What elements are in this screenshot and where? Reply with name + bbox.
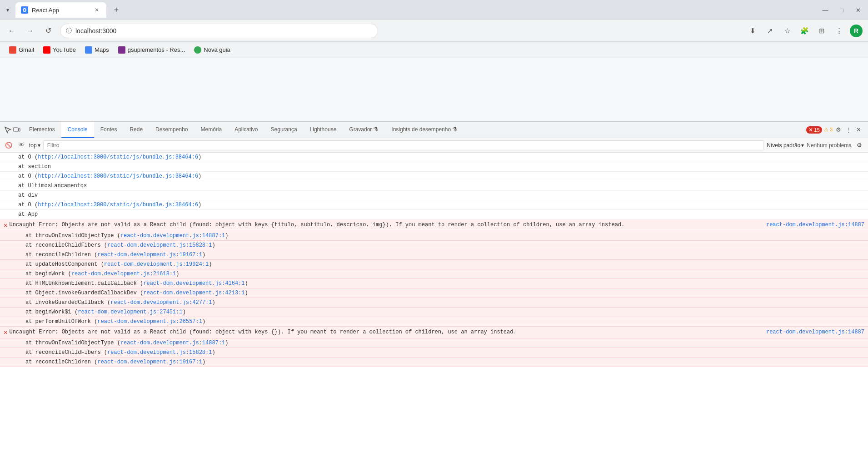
new-tab-button[interactable]: + — [110, 4, 123, 16]
tab-seguranca[interactable]: Segurança — [264, 122, 304, 138]
error-link-2[interactable]: react-dom.development.js:14887 — [766, 328, 864, 336]
tab-favicon — [21, 6, 28, 14]
svg-rect-2 — [14, 128, 18, 131]
tab-insights[interactable]: Insights de desempenho ⚗ — [385, 122, 464, 138]
console-stack-line: at reconcileChildren (react-dom.developm… — [0, 250, 868, 260]
url-bar[interactable]: ⓘ localhost:3000 — [60, 24, 378, 38]
devtools-panel: Elementos Console Fontes Rede Desempenho… — [0, 122, 868, 457]
tab-fontes[interactable]: Fontes — [94, 122, 124, 138]
eye-icon[interactable]: 👁 — [16, 140, 26, 150]
stack-link[interactable]: react-dom.development.js:19167:1 — [97, 252, 202, 258]
error-link-1[interactable]: react-dom.development.js:14887 — [766, 221, 864, 229]
tab-console[interactable]: Console — [61, 122, 94, 138]
device-toggle-icon[interactable] — [13, 126, 21, 134]
devtools-right-controls: ✕ 15 ⚠ 3 ⚙ ⋮ ✕ — [806, 126, 866, 134]
error-message-1: ✕ Uncaught Error: Objects are not valid … — [0, 219, 868, 231]
bookmark-gsuplementos[interactable]: gsuplementos - Res... — [115, 45, 189, 55]
bundle-link[interactable]: http://localhost:3000/static/js/bundle.j… — [38, 173, 198, 179]
tab-aplicativo[interactable]: Aplicativo — [228, 122, 264, 138]
stack-link[interactable]: react-dom.development.js:4164:1 — [143, 280, 244, 287]
svg-point-1 — [24, 9, 25, 11]
extensions-icon[interactable]: 🧩 — [798, 25, 811, 37]
console-stack-line: at HTMLUnknownElement.callCallback (reac… — [0, 279, 868, 288]
stack-link[interactable]: react-dom.development.js:19167:1 — [97, 359, 202, 365]
bookmark-nova-guia[interactable]: Nova guia — [190, 45, 234, 55]
minimize-button[interactable]: — — [819, 4, 832, 16]
more-tools-icon[interactable]: ⋮ — [833, 25, 845, 37]
download-icon[interactable]: ⬇ — [746, 25, 759, 37]
levels-selector[interactable]: Níveis padrão ▾ — [767, 142, 804, 149]
devtools-close-icon[interactable]: ✕ — [854, 126, 863, 134]
console-line: at O (http://localhost:3000/static/js/bu… — [0, 172, 868, 181]
maps-icon — [85, 46, 92, 54]
console-line: at O (http://localhost:3000/static/js/bu… — [0, 200, 868, 210]
bookmark-nova-guia-label: Nova guia — [204, 46, 230, 53]
maximize-button[interactable]: □ — [835, 4, 848, 16]
stack-link[interactable]: react-dom.development.js:14887:1 — [120, 340, 225, 346]
tab-title: React App — [32, 7, 89, 14]
bookmark-gsuplementos-label: gsuplementos - Res... — [128, 46, 185, 53]
tab-rede[interactable]: Rede — [123, 122, 149, 138]
nova-guia-icon — [194, 46, 201, 54]
bookmark-star-icon[interactable]: ☆ — [781, 25, 793, 37]
no-issues-label: Nenhum problema — [807, 142, 852, 149]
console-stack-line: at invokeGuardedCallback (react-dom.deve… — [0, 298, 868, 308]
inspect-icon[interactable] — [4, 126, 12, 134]
insights-icon: ⚗ — [452, 126, 458, 133]
context-selector[interactable]: top ▾ — [29, 142, 40, 149]
error-icon-2: ✕ — [4, 328, 7, 337]
error-text-2: Uncaught Error: Objects are not valid as… — [9, 328, 764, 336]
profile-menu-icon[interactable]: ⊞ — [815, 25, 828, 37]
stack-link[interactable]: react-dom.development.js:27451:1 — [78, 309, 182, 315]
console-output[interactable]: at O (http://localhost:3000/static/js/bu… — [0, 153, 868, 457]
filter-input[interactable] — [43, 140, 764, 150]
tab-desempenho[interactable]: Desempenho — [149, 122, 194, 138]
console-stack-line: at throwOnInvalidObjectType (react-dom.d… — [0, 338, 868, 348]
tab-gravador[interactable]: Gravador ⚗ — [343, 122, 385, 138]
tab-dropdown-icon[interactable]: ▾ — [4, 6, 12, 14]
bundle-link[interactable]: http://localhost:3000/static/js/bundle.j… — [38, 154, 198, 160]
console-line: at div — [0, 191, 868, 200]
stack-link[interactable]: react-dom.development.js:15828:1 — [107, 242, 212, 248]
stack-link[interactable]: react-dom.development.js:4213:1 — [143, 290, 244, 296]
console-stack-line: at performUnitOfWork (react-dom.developm… — [0, 317, 868, 327]
devtools-left-icons — [2, 126, 23, 134]
bundle-link[interactable]: http://localhost:3000/static/js/bundle.j… — [38, 202, 198, 208]
address-bar-actions: ⬇ ↗ ☆ 🧩 ⊞ ⋮ R — [746, 25, 863, 37]
error-icon: ✕ — [4, 221, 7, 229]
forward-button[interactable]: → — [24, 25, 36, 37]
back-button[interactable]: ← — [5, 25, 18, 37]
bookmark-gmail[interactable]: Gmail — [5, 45, 38, 55]
stack-link[interactable]: react-dom.development.js:15828:1 — [107, 349, 212, 356]
console-line: at section — [0, 162, 868, 172]
console-stack-line: at Object.invokeGuardedCallbackDev (reac… — [0, 288, 868, 298]
tab-lighthouse[interactable]: Lighthouse — [304, 122, 343, 138]
stack-link[interactable]: react-dom.development.js:21618:1 — [71, 271, 176, 277]
tab-close-button[interactable]: ✕ — [93, 6, 101, 14]
console-toolbar: 🚫 👁 top ▾ Níveis padrão ▾ Nenhum problem… — [0, 138, 868, 153]
bookmark-maps[interactable]: Maps — [81, 45, 113, 55]
clear-console-button[interactable]: 🚫 — [4, 140, 14, 150]
console-settings-icon[interactable]: ⚙ — [854, 140, 864, 150]
close-window-button[interactable]: ✕ — [852, 4, 864, 16]
tab-elementos[interactable]: Elementos — [23, 122, 61, 138]
stack-link[interactable]: react-dom.development.js:19924:1 — [104, 261, 209, 268]
stack-link[interactable]: react-dom.development.js:14887:1 — [120, 233, 225, 239]
devtools-settings-icon[interactable]: ⚙ — [834, 126, 843, 134]
error-text-1: Uncaught Error: Objects are not valid as… — [9, 221, 764, 229]
tab-memoria[interactable]: Memória — [195, 122, 229, 138]
devtools-more-icon[interactable]: ⋮ — [844, 126, 853, 134]
gravador-icon: ⚗ — [373, 126, 379, 133]
devtools-tabs-bar: Elementos Console Fontes Rede Desempenho… — [0, 122, 868, 138]
console-line: at UltimosLancamentos — [0, 181, 868, 191]
profile-avatar[interactable]: R — [850, 25, 863, 37]
share-icon[interactable]: ↗ — [763, 25, 776, 37]
bookmark-youtube[interactable]: YouTube — [40, 45, 80, 55]
stack-link[interactable]: react-dom.development.js:26557:1 — [97, 318, 202, 325]
active-tab[interactable]: React App ✕ — [15, 2, 106, 18]
console-stack-line: at beginWork$1 (react-dom.development.js… — [0, 308, 868, 317]
title-bar: ▾ React App ✕ + — □ ✕ — [0, 0, 868, 20]
reload-button[interactable]: ↺ — [42, 25, 55, 37]
console-stack-line: at reconcileChildren (react-dom.developm… — [0, 358, 868, 367]
stack-link[interactable]: react-dom.development.js:4277:1 — [110, 299, 212, 306]
